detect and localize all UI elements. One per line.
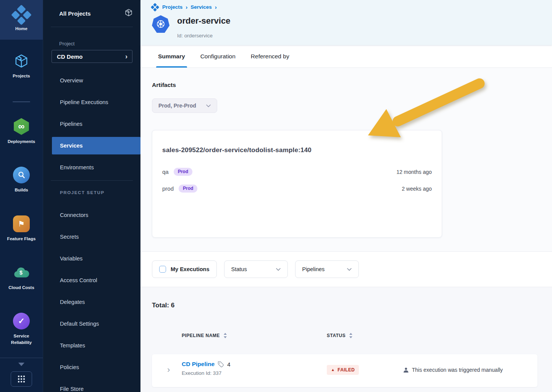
rail-bottom-divider (0, 358, 43, 358)
column-label: PIPELINE NAME (182, 333, 220, 338)
my-executions-checkbox[interactable] (159, 266, 166, 273)
service-header: Projects › Services › order-service Id: … (140, 0, 552, 45)
status-badge-failed: ▲ FAILED (327, 365, 359, 375)
sidebar-item-pipelines[interactable]: Pipelines (43, 115, 140, 133)
sidebar-item-templates[interactable]: Templates (43, 337, 140, 354)
sidebar-item-overview[interactable]: Overview (43, 72, 140, 89)
rail-item-projects[interactable]: Projects (3, 53, 40, 79)
chevron-down-icon (347, 268, 352, 271)
column-pipeline-name[interactable]: PIPELINE NAME (182, 333, 227, 338)
project-label: Project (59, 41, 140, 47)
module-grid-button[interactable] (11, 371, 32, 387)
sort-icon[interactable] (223, 333, 227, 338)
cube-icon[interactable] (124, 8, 133, 18)
project-select[interactable]: CD Demo › (52, 50, 132, 63)
cloud-costs-icon: $ (13, 264, 30, 281)
pipelines-filter-dropdown[interactable]: Pipelines (295, 260, 359, 278)
artifact-env-row: qa Prod 12 months ago (162, 168, 432, 176)
pipeline-name-block: CD Pipeline 4 Execution Id: 337 (182, 361, 230, 376)
harness-projects-icon (151, 3, 160, 11)
grid-icon (18, 376, 25, 382)
project-sidebar: All Projects Project CD Demo › Overview … (43, 0, 140, 392)
status-filter-dropdown[interactable]: Status (224, 260, 288, 278)
execution-row[interactable]: › CD Pipeline 4 Execution Id: 337 ▲ FAIL… (152, 354, 537, 387)
env-name: qa (162, 169, 169, 175)
chevron-down-icon (276, 268, 281, 271)
trigger-info: This execution was triggered manually (403, 367, 503, 373)
rail-item-service-reliability[interactable]: ✓ Service Reliability (3, 313, 40, 345)
app-window: Home Projects ∞ Deployments Builds ⚑ Fea… (0, 0, 552, 392)
rail-item-label: Cloud Costs (3, 284, 40, 291)
rail-item-label: Projects (3, 73, 40, 79)
kubernetes-icon (152, 15, 169, 33)
cube-icon (13, 53, 30, 69)
env-name: prod (162, 185, 174, 192)
sidebar-header: All Projects (59, 8, 133, 18)
my-executions-toggle[interactable]: My Executions (152, 260, 217, 278)
sidebar-item-secrets[interactable]: Secrets (43, 228, 140, 246)
expand-chevron-icon[interactable]: › (167, 365, 170, 375)
sidebar-item-variables[interactable]: Variables (43, 250, 140, 267)
sidebar-item-policies[interactable]: Policies (43, 358, 140, 376)
sidebar-item-delegates[interactable]: Delegates (43, 293, 140, 311)
column-status[interactable]: STATUS (327, 333, 353, 338)
deployments-icon: ∞ (13, 118, 30, 135)
sidebar-divider (51, 180, 133, 181)
project-name: CD Demo (57, 53, 83, 60)
chevron-right-icon: › (186, 4, 187, 10)
trigger-note: This execution was triggered manually (412, 367, 503, 373)
artifact-card: sales-209522/order-service/todolist-samp… (152, 130, 442, 238)
artifact-env-filter[interactable]: Prod, Pre-Prod (152, 98, 217, 113)
tab-summary[interactable]: Summary (158, 45, 185, 67)
sidebar-item-default-settings[interactable]: Default Settings (43, 315, 140, 333)
warning-triangle-icon: ▲ (331, 368, 335, 372)
rail-item-cloud-costs[interactable]: $ Cloud Costs (3, 264, 40, 291)
chevron-right-icon: › (215, 4, 217, 10)
column-label: STATUS (327, 333, 345, 338)
sidebar-item-access-control[interactable]: Access Control (43, 272, 140, 289)
artifacts-section: Artifacts Prod, Pre-Prod sales-209522/or… (140, 68, 552, 251)
status-filter-label: Status (231, 266, 247, 272)
sidebar-divider (51, 27, 133, 27)
page-title: order-service (177, 16, 230, 26)
artifact-title: sales-209522/order-service/todolist-samp… (162, 146, 432, 154)
rail-item-label: Service Reliability (3, 333, 40, 345)
my-executions-label: My Executions (171, 266, 210, 272)
project-setup-heading: PROJECT SETUP (43, 190, 140, 195)
sidebar-item-file-store[interactable]: File Store (43, 380, 140, 392)
rail-item-deployments[interactable]: ∞ Deployments (3, 118, 40, 145)
feature-flags-icon: ⚑ (13, 215, 30, 232)
flag-glyph: ⚑ (18, 219, 25, 228)
check-glyph: ✓ (18, 316, 25, 326)
tab-referenced-by[interactable]: Referenced by (251, 45, 289, 67)
sidebar-item-pipeline-executions[interactable]: Pipeline Executions (43, 93, 140, 111)
collapse-caret-icon[interactable] (18, 363, 24, 366)
chevron-right-icon: › (125, 53, 128, 60)
pipeline-name-link[interactable]: CD Pipeline (182, 361, 215, 368)
sidebar-setup-nav: Connectors Secrets Variables Access Cont… (43, 206, 140, 392)
sort-icon[interactable] (349, 333, 353, 338)
breadcrumb-projects[interactable]: Projects (162, 4, 182, 10)
rail-divider (13, 101, 30, 102)
service-id: Id: orderservice (177, 33, 213, 39)
breadcrumb-services[interactable]: Services (190, 4, 212, 10)
execution-id: Execution Id: 337 (182, 370, 230, 376)
rail-item-home[interactable]: Home (0, 0, 43, 40)
tab-configuration[interactable]: Configuration (200, 45, 236, 67)
sidebar-item-services[interactable]: Services (52, 137, 140, 154)
rail-item-label: Feature Flags (3, 236, 40, 242)
artifact-filter-value: Prod, Pre-Prod (158, 103, 196, 109)
harness-home-icon (11, 5, 32, 25)
module-rail: Home Projects ∞ Deployments Builds ⚑ Fea… (0, 0, 43, 392)
builds-icon (13, 167, 30, 183)
tag-icon (218, 361, 224, 368)
all-projects-label[interactable]: All Projects (59, 10, 91, 17)
main-content: Projects › Services › order-service Id: … (140, 0, 552, 392)
user-icon (403, 367, 409, 373)
sidebar-item-environments[interactable]: Environments (43, 159, 140, 176)
sidebar-item-connectors[interactable]: Connectors (43, 206, 140, 224)
deploy-time: 2 weeks ago (402, 186, 432, 192)
rail-item-feature-flags[interactable]: ⚑ Feature Flags (3, 215, 40, 242)
rail-bottom (0, 358, 43, 392)
rail-item-builds[interactable]: Builds (3, 167, 40, 193)
